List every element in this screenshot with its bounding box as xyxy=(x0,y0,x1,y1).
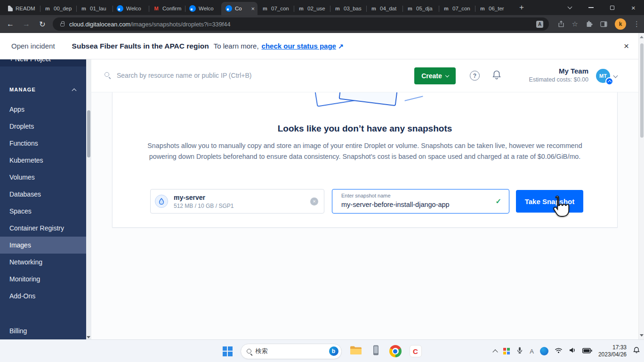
bing-icon[interactable]: b xyxy=(329,346,338,356)
new-tab-button[interactable]: + xyxy=(515,1,528,14)
toolbar-actions: ☆ k ⋮ xyxy=(557,15,640,33)
sidebar-item-kubernetes[interactable]: Kubernetes xyxy=(0,152,86,169)
browser-tab[interactable]: m 07_con xyxy=(439,2,475,15)
browser-profile-avatar[interactable]: k xyxy=(615,18,626,30)
translate-icon[interactable]: A xyxy=(536,21,543,28)
browser-tab[interactable]: READM xyxy=(4,2,40,15)
m-favicon: m xyxy=(370,5,377,12)
url-domain: cloud.digitalocean.com xyxy=(69,21,130,28)
document-favicon xyxy=(8,6,13,11)
page-scrollbar[interactable] xyxy=(638,33,644,339)
file-explorer-icon[interactable] xyxy=(350,345,362,357)
share-icon[interactable] xyxy=(557,20,565,28)
snapshot-input-value: my-server-before-install-django-app xyxy=(341,201,450,208)
page-scrollbar-up-arrow[interactable] xyxy=(640,36,644,38)
recorder-app-icon[interactable]: C xyxy=(410,345,422,357)
help-button[interactable]: ? xyxy=(470,71,480,81)
tab-title: 03_bas xyxy=(344,6,363,11)
account-chevron-down-icon[interactable] xyxy=(613,74,618,78)
browser-menu-kebab-icon[interactable]: ⋮ xyxy=(633,20,640,28)
wifi-icon[interactable] xyxy=(555,347,563,355)
create-button-label: Create xyxy=(421,72,442,80)
browser-tab[interactable]: m 05_dja xyxy=(402,2,439,15)
sidebar-scrollbar-down-arrow[interactable] xyxy=(87,336,90,338)
side-panel-icon[interactable] xyxy=(600,20,608,28)
browser-tab[interactable]: M Confirm xyxy=(149,2,185,15)
reload-button[interactable]: ↻ xyxy=(36,15,49,33)
mail-favicon: M xyxy=(153,5,160,12)
windows-start-icon[interactable] xyxy=(223,346,233,356)
tab-search-chevron-icon[interactable] xyxy=(559,0,580,15)
snapshot-name-input[interactable]: Enter snapshot name my-server-before-ins… xyxy=(332,189,509,214)
back-button[interactable]: ← xyxy=(4,15,17,33)
taskbar-search-box[interactable]: 検索 b xyxy=(241,344,342,359)
extensions-puzzle-icon[interactable] xyxy=(585,20,593,28)
tab-title: 04_dat xyxy=(380,6,400,11)
notification-bell-icon[interactable] xyxy=(633,346,640,356)
battery-icon[interactable] xyxy=(582,347,592,355)
window-close-button[interactable]: × xyxy=(623,0,644,15)
notifications-bell-icon[interactable] xyxy=(492,70,501,82)
sidebar-item-images[interactable]: Images xyxy=(0,237,86,254)
taskbar-clock[interactable]: 17:33 2023/04/26 xyxy=(598,344,627,358)
speaker-icon[interactable] xyxy=(569,347,576,355)
clock-date: 2023/04/26 xyxy=(598,351,627,358)
browser-tab[interactable]: m 03_bas xyxy=(330,2,366,15)
sidebar-item-container-registry[interactable]: Container Registry xyxy=(0,220,86,237)
browser-tab-active[interactable]: Co × xyxy=(221,2,258,15)
browser-tab[interactable]: Welco xyxy=(185,2,221,15)
sidebar-item-functions[interactable]: Functions xyxy=(0,135,86,152)
page-scrollbar-down-arrow[interactable] xyxy=(640,334,644,337)
m-favicon: m xyxy=(407,5,413,12)
sidebar-items: Apps Droplets Functions Kubernetes Volum… xyxy=(0,101,86,304)
banner-close-icon[interactable]: × xyxy=(624,41,629,51)
sidebar-item-monitoring[interactable]: Monitoring xyxy=(0,271,86,288)
browser-tab[interactable]: m 01_lau xyxy=(76,2,113,15)
ime-indicator[interactable]: A xyxy=(530,348,534,355)
sidebar-item-new-project[interactable]: + New Project xyxy=(0,59,86,66)
clear-selection-icon[interactable]: × xyxy=(310,197,318,206)
browser-tab[interactable]: Welco xyxy=(113,2,149,15)
tray-overflow-chevron-icon[interactable] xyxy=(493,349,498,354)
bookmark-star-icon[interactable]: ☆ xyxy=(572,20,578,28)
sidebar-item-billing[interactable]: Billing xyxy=(0,322,86,339)
screen: READM m 00_dep m 01_lau Welco M Confirm … xyxy=(0,0,644,362)
sidebar-scrollbar[interactable] xyxy=(86,59,91,339)
digitalocean-favicon xyxy=(117,5,123,12)
microphone-icon[interactable] xyxy=(516,346,523,356)
sidebar-item-networking[interactable]: Networking xyxy=(0,254,86,271)
phone-link-icon[interactable] xyxy=(370,345,381,358)
browser-tab[interactable]: m 02_use xyxy=(294,2,330,15)
sidebar-item-databases[interactable]: Databases xyxy=(0,186,86,203)
sidebar-item-spaces[interactable]: Spaces xyxy=(0,203,86,220)
sidebar-item-apps[interactable]: Apps xyxy=(0,101,86,118)
empty-state-description: Snapshots allow you to manually copy and… xyxy=(144,140,586,162)
sidebar-item-droplets[interactable]: Droplets xyxy=(0,118,86,135)
tab-close-icon[interactable]: × xyxy=(251,6,255,12)
window-maximize-button[interactable] xyxy=(602,0,623,15)
droplet-selector[interactable]: my-server 512 MB / 10 GB / SGP1 × xyxy=(150,189,324,214)
team-info[interactable]: My Team Estimated costs: $0.00 xyxy=(518,67,588,83)
sidebar-scrollbar-thumb[interactable] xyxy=(87,110,90,157)
sidebar-item-volumes[interactable]: Volumes xyxy=(0,169,86,186)
tray-app-icon[interactable] xyxy=(503,348,510,354)
sidebar-item-add-ons[interactable]: Add-Ons xyxy=(0,288,86,304)
incident-lead-text: To learn more, xyxy=(214,42,259,50)
browser-tab[interactable]: m 06_ter xyxy=(475,2,511,15)
browser-tab[interactable]: m 00_dep xyxy=(40,2,76,15)
resource-search-input[interactable] xyxy=(116,70,379,81)
forward-button[interactable]: → xyxy=(20,15,33,33)
tab-title: 06_ter xyxy=(489,6,508,11)
secure-lock-icon[interactable] xyxy=(60,23,64,26)
tray-blue-app-icon[interactable] xyxy=(540,347,548,355)
create-button[interactable]: Create xyxy=(414,67,456,84)
browser-tab[interactable]: m 07_con xyxy=(258,2,294,15)
page-scrollbar-thumb[interactable] xyxy=(640,43,644,138)
avatar-badge-icon xyxy=(605,77,613,85)
status-page-link[interactable]: check our status page xyxy=(262,42,336,50)
manage-collapse-chevron-icon[interactable] xyxy=(72,89,77,93)
chrome-icon[interactable] xyxy=(389,345,402,357)
address-bar[interactable]: cloud.digitalocean.com /images/snapshots… xyxy=(53,17,549,31)
browser-tab[interactable]: m 04_dat xyxy=(366,2,402,15)
window-minimize-button[interactable] xyxy=(580,0,602,15)
